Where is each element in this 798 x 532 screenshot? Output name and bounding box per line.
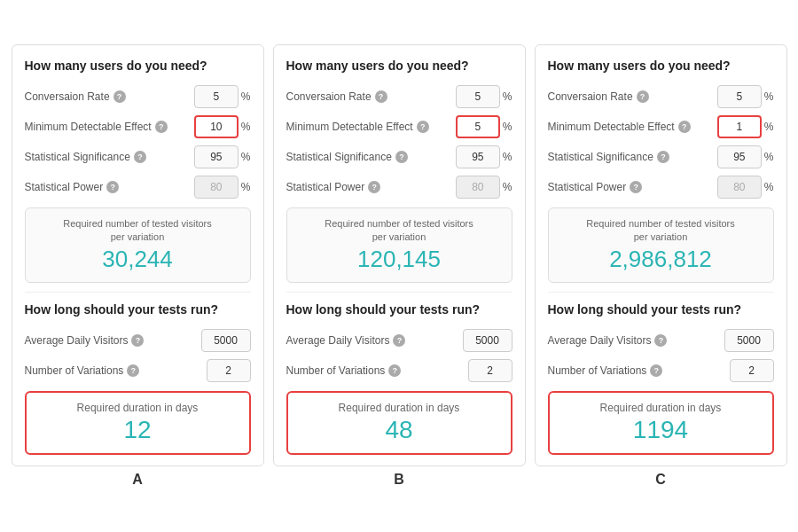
conversion-rate-input-group-1: % <box>456 85 512 108</box>
conversion-rate-unit-2: % <box>764 90 774 103</box>
conversion-rate-input-group-0: % <box>194 85 251 108</box>
duration-value-0: 12 <box>35 416 240 444</box>
avg-visitors-row-2: Average Daily Visitors ? <box>548 329 774 352</box>
num-variations-input-group-0 <box>207 359 251 382</box>
mde-help-2[interactable]: ? <box>678 121 691 133</box>
stat-power-help-0[interactable]: ? <box>106 181 119 193</box>
mde-input-0[interactable] <box>194 115 239 138</box>
stat-power-row-0: Statistical Power ? % <box>25 176 251 199</box>
visitors-result-box-0: Required number of tested visitorsper va… <box>25 207 251 284</box>
panel-title-2: How many users do you need? <box>548 58 774 74</box>
conversion-rate-input-1[interactable] <box>456 85 500 108</box>
panel-letter-a: A <box>12 472 264 488</box>
mde-help-0[interactable]: ? <box>155 121 168 133</box>
stat-sig-help-0[interactable]: ? <box>134 151 146 163</box>
avg-visitors-input-group-1 <box>463 329 512 352</box>
stat-sig-unit-1: % <box>503 151 512 163</box>
avg-visitors-label-1: Average Daily Visitors ? <box>286 334 406 347</box>
num-variations-label-0: Number of Variations ? <box>25 364 140 377</box>
num-variations-input-0[interactable] <box>207 359 251 382</box>
avg-visitors-input-group-0 <box>201 329 251 352</box>
mde-unit-0: % <box>241 121 251 133</box>
conversion-rate-label-2: Conversaion Rate ? <box>548 90 649 103</box>
conversion-rate-unit-0: % <box>241 90 251 103</box>
conversion-rate-input-0[interactable] <box>194 85 239 108</box>
stat-sig-input-2[interactable] <box>717 145 762 168</box>
panel-c: How many users do you need? Conversaion … <box>535 44 787 466</box>
avg-visitors-input-2[interactable] <box>724 329 774 352</box>
section2-title-2: How long should your tests run? <box>548 301 774 317</box>
stat-power-label-0: Statistical Power ? <box>25 181 120 193</box>
stat-sig-label-1: Statistical Significance ? <box>286 151 408 163</box>
avg-visitors-input-0[interactable] <box>201 329 251 352</box>
mde-row-2: Minimum Detectable Effect ? % <box>548 115 774 138</box>
stat-power-help-2[interactable]: ? <box>630 181 642 193</box>
mde-input-1[interactable] <box>456 115 500 138</box>
mde-input-group-2: % <box>717 115 774 138</box>
visitors-result-label-2: Required number of tested visitorsper va… <box>558 217 764 245</box>
stat-power-unit-0: % <box>241 181 251 193</box>
stat-sig-help-2[interactable]: ? <box>657 151 669 163</box>
conversion-rate-row-0: Conversaion Rate ? % <box>25 85 251 108</box>
num-variations-help-2[interactable]: ? <box>650 364 662 377</box>
mde-input-group-0: % <box>194 115 251 138</box>
panels-container: How many users do you need? Conversaion … <box>9 44 789 466</box>
conversion-rate-help-1[interactable]: ? <box>375 90 387 103</box>
num-variations-help-1[interactable]: ? <box>388 364 401 377</box>
avg-visitors-help-0[interactable]: ? <box>131 334 144 347</box>
duration-label-1: Required duration in days <box>297 402 502 414</box>
visitors-result-label-1: Required number of tested visitorsper va… <box>296 217 503 245</box>
stat-power-input-0[interactable] <box>194 176 239 199</box>
stat-sig-unit-0: % <box>241 151 251 163</box>
conversion-rate-help-2[interactable]: ? <box>637 90 649 103</box>
mde-row-1: Minimum Detectable Effect ? % <box>286 115 512 138</box>
stat-power-help-1[interactable]: ? <box>368 181 380 193</box>
stat-power-unit-1: % <box>503 181 512 193</box>
num-variations-label-2: Number of Variations ? <box>548 364 663 377</box>
duration-label-0: Required duration in days <box>35 402 240 414</box>
num-variations-input-group-1 <box>468 359 512 382</box>
num-variations-label-1: Number of Variations ? <box>286 364 402 377</box>
stat-sig-input-0[interactable] <box>194 145 239 168</box>
stat-sig-input-1[interactable] <box>456 145 500 168</box>
mde-unit-1: % <box>503 121 512 133</box>
avg-visitors-input-group-2 <box>724 329 774 352</box>
stat-power-label-2: Statistical Power ? <box>548 181 643 193</box>
stat-power-input-group-1: % <box>456 176 512 199</box>
stat-sig-input-group-2: % <box>717 145 774 168</box>
conversion-rate-input-2[interactable] <box>717 85 762 108</box>
stat-power-input-1[interactable] <box>456 176 500 199</box>
conversion-rate-help-0[interactable]: ? <box>113 90 126 103</box>
panel-letter-b: B <box>273 472 526 488</box>
panel-letters-row: ABC <box>9 472 789 488</box>
stat-power-label-1: Statistical Power ? <box>286 181 381 193</box>
section-divider-0 <box>25 292 251 293</box>
stat-power-unit-2: % <box>764 181 774 193</box>
stat-sig-label-2: Statistical Significance ? <box>548 151 669 163</box>
duration-box-1: Required duration in days 48 <box>286 391 512 455</box>
num-variations-help-0[interactable]: ? <box>127 364 139 377</box>
stat-sig-help-1[interactable]: ? <box>395 151 408 163</box>
visitors-result-label-0: Required number of tested visitorsper va… <box>35 217 241 245</box>
stat-sig-input-group-0: % <box>194 145 251 168</box>
mde-input-group-1: % <box>456 115 512 138</box>
avg-visitors-help-1[interactable]: ? <box>393 334 405 347</box>
avg-visitors-help-2[interactable]: ? <box>654 334 667 347</box>
mde-label-2: Minimum Detectable Effect ? <box>548 121 691 133</box>
num-variations-input-1[interactable] <box>468 359 512 382</box>
num-variations-input-2[interactable] <box>730 359 774 382</box>
mde-input-2[interactable] <box>717 115 762 138</box>
duration-box-0: Required duration in days 12 <box>25 391 251 455</box>
stat-power-input-2[interactable] <box>717 176 762 199</box>
stat-sig-unit-2: % <box>764 151 774 163</box>
stat-sig-row-0: Statistical Significance ? % <box>25 145 251 168</box>
visitors-result-value-0: 30,244 <box>35 246 241 273</box>
panel-letter-c: C <box>535 472 787 488</box>
num-variations-input-group-2 <box>730 359 774 382</box>
conversion-rate-row-2: Conversaion Rate ? % <box>548 85 774 108</box>
conversion-rate-unit-1: % <box>503 90 512 103</box>
avg-visitors-input-1[interactable] <box>463 329 512 352</box>
duration-box-2: Required duration in days 1194 <box>548 391 774 455</box>
mde-help-1[interactable]: ? <box>417 121 429 133</box>
visitors-result-box-2: Required number of tested visitorsper va… <box>548 207 774 284</box>
